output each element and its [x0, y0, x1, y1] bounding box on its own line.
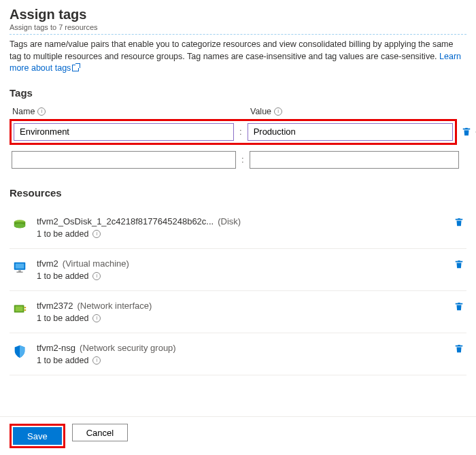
resource-status: 1 to be added [37, 356, 88, 365]
nsg-icon [12, 344, 27, 359]
footer-bar: Save Cancel [0, 416, 476, 455]
svg-point-1 [14, 223, 26, 227]
info-icon[interactable]: i [274, 107, 282, 116]
external-link-icon [72, 65, 79, 71]
svg-rect-7 [16, 306, 23, 311]
tag-name-input[interactable] [14, 123, 234, 141]
resource-status: 1 to be added [37, 229, 88, 239]
tag-labels-row: Name i Value i [10, 107, 466, 116]
info-icon[interactable]: i [37, 107, 46, 116]
resources-heading: Resources [10, 187, 466, 199]
disk-icon [12, 218, 27, 233]
remove-resource-button[interactable] [454, 302, 464, 314]
remove-resource-button[interactable] [454, 260, 464, 271]
tag-colon: : [241, 154, 244, 165]
resource-name: tfvm2372 [37, 301, 73, 311]
resource-name: tfvm2-nsg [37, 343, 75, 353]
tag-colon: : [239, 127, 242, 137]
resource-item: tfvm2_OsDisk_1_2c4218f8177645248b62c... … [10, 207, 466, 249]
info-icon[interactable]: i [92, 230, 101, 238]
trash-icon [454, 218, 464, 227]
resource-status: 1 to be added [37, 314, 88, 323]
nic-icon [12, 302, 27, 317]
resource-type: (Virtual machine) [63, 258, 129, 269]
description-text: Tags are name/value pairs that enable yo… [10, 39, 466, 75]
page-title: Assign tags [10, 7, 466, 22]
tags-heading: Tags [10, 87, 466, 99]
tag-row-filled: : ••• [10, 119, 466, 145]
delete-tag-button[interactable] [460, 123, 473, 141]
tag-value-input[interactable] [248, 123, 453, 141]
resource-type: (Network security group) [80, 343, 176, 353]
svg-rect-8 [24, 307, 26, 308]
tag-row-empty: : [10, 149, 466, 171]
cancel-button[interactable]: Cancel [72, 424, 128, 441]
page-header: Assign tags Assign tags to 7 resources [10, 7, 466, 35]
resource-status: 1 to be added [37, 271, 88, 281]
trash-icon [454, 302, 464, 311]
resource-item: tfvm2 (Virtual machine) 1 to be added i [10, 249, 466, 291]
svg-rect-4 [18, 270, 21, 271]
trash-icon [462, 127, 471, 137]
name-label: Name [12, 107, 35, 116]
info-icon[interactable]: i [92, 314, 101, 322]
trash-icon [454, 344, 464, 354]
svg-rect-9 [24, 309, 26, 311]
vm-icon [12, 260, 27, 275]
description-body: Tags are name/value pairs that enable yo… [10, 39, 453, 61]
resource-type: (Disk) [218, 216, 241, 226]
svg-rect-5 [16, 271, 22, 272]
tag-name-input[interactable] [12, 151, 236, 169]
resource-name: tfvm2 [37, 258, 58, 269]
resource-type: (Network interface) [77, 301, 152, 311]
value-label: Value [250, 107, 271, 116]
save-button[interactable]: Save [13, 427, 62, 445]
info-icon[interactable]: i [92, 272, 101, 280]
tag-value-input[interactable] [250, 151, 459, 169]
page-subtitle: Assign tags to 7 resources [10, 23, 466, 31]
resource-name: tfvm2_OsDisk_1_2c4218f8177645248b62c... [37, 216, 214, 226]
info-icon[interactable]: i [92, 356, 101, 365]
remove-resource-button[interactable] [454, 344, 464, 356]
resource-item: tfvm2372 (Network interface) 1 to be add… [10, 291, 466, 333]
svg-rect-3 [16, 263, 24, 268]
resource-item: tfvm2-nsg (Network security group) 1 to … [10, 333, 466, 375]
remove-resource-button[interactable] [454, 218, 464, 229]
trash-icon [454, 260, 464, 269]
